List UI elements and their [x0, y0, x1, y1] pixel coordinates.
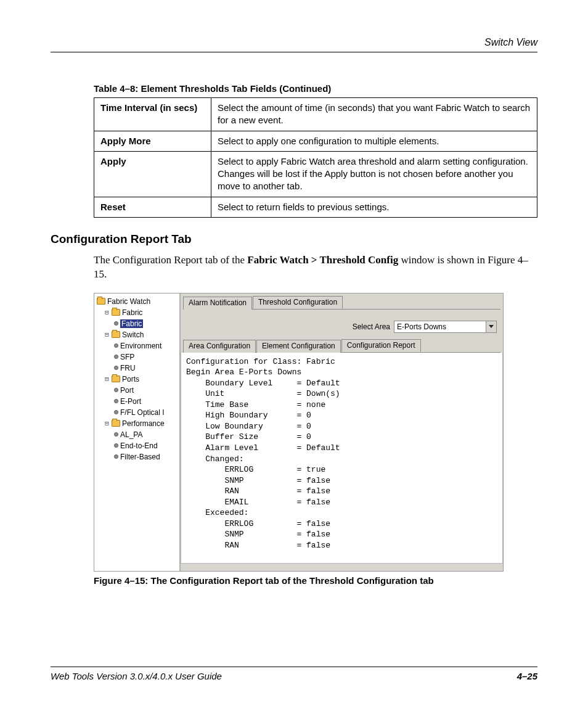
folder-icon: [97, 298, 105, 305]
tree-item-port[interactable]: Port: [114, 385, 178, 396]
select-area-value[interactable]: E-Ports Downs: [394, 321, 486, 333]
tab-area-configuration[interactable]: Area Configuration: [183, 340, 256, 353]
dropdown-button[interactable]: [486, 321, 497, 333]
tree-item-eport[interactable]: E-Port: [114, 396, 178, 407]
tree-label: FRU: [120, 364, 136, 372]
tree-label: F/FL Optical I: [120, 408, 165, 417]
node-icon: [114, 388, 118, 392]
screenshot-figure: Fabric Watch ⊟ Fabric Fabric ⊟ Switch En…: [94, 293, 504, 572]
field-name: Reset: [94, 197, 211, 217]
collapse-icon[interactable]: ⊟: [104, 419, 110, 427]
tree-item-endtoend[interactable]: End-to-End: [114, 440, 178, 451]
tree-root[interactable]: Fabric Watch: [97, 296, 178, 307]
tree-item-alpa[interactable]: AL_PA: [114, 429, 178, 440]
select-area-dropdown[interactable]: E-Ports Downs: [394, 321, 497, 333]
tree-label: Filter-Based: [120, 453, 160, 461]
tree-group-performance[interactable]: ⊟ Performance: [104, 418, 178, 429]
node-icon: [114, 366, 118, 370]
table-row: Apply More Select to apply one configura…: [94, 131, 537, 151]
thresholds-table: Time Interval (in secs) Select the amoun…: [94, 97, 537, 218]
right-pane: Alarm Notification Threshold Configurati…: [181, 293, 503, 571]
section-heading: Configuration Report Tab: [51, 232, 537, 246]
tree-label-selected: Fabric: [120, 319, 143, 328]
tree-label: Switch: [122, 330, 144, 339]
body-paragraph: The Configuration Report tab of the Fabr…: [94, 253, 537, 282]
tree-label: End-to-End: [120, 441, 158, 450]
node-icon: [114, 343, 118, 348]
tab-element-configuration[interactable]: Element Configuration: [256, 340, 341, 353]
node-icon: [114, 410, 118, 414]
tree-item-environment[interactable]: Environment: [114, 340, 178, 351]
header-section-label: Switch View: [51, 37, 537, 48]
select-area-row: Select Area E-Ports Downs: [181, 310, 503, 339]
table-row: Reset Select to return fields to previou…: [94, 197, 537, 217]
collapse-icon[interactable]: ⊟: [104, 308, 110, 316]
tree-label: Environment: [120, 342, 161, 350]
figure-caption: Figure 4–15: The Configuration Report ta…: [94, 575, 504, 586]
folder-icon: [112, 420, 120, 427]
footer-page-number: 4–25: [517, 671, 537, 681]
tabs-top: Alarm Notification Threshold Configurati…: [183, 296, 500, 310]
footer-left: Web Tools Version 3.0.x/4.0.x User Guide: [51, 671, 222, 681]
para-bold: Fabric Watch > Threshold Config: [247, 254, 398, 266]
node-icon: [114, 432, 118, 437]
chevron-down-icon: [489, 325, 494, 328]
select-area-label: Select Area: [353, 322, 390, 331]
collapse-icon[interactable]: ⊟: [104, 330, 110, 339]
field-desc: Select to return fields to previous sett…: [211, 197, 537, 217]
tree-label: Fabric: [122, 308, 142, 317]
tree-group-fabric[interactable]: ⊟ Fabric: [104, 307, 178, 318]
tree-group-ports[interactable]: ⊟ Ports: [104, 374, 178, 385]
page-footer: Web Tools Version 3.0.x/4.0.x User Guide…: [51, 667, 537, 681]
node-icon: [114, 321, 118, 326]
field-name: Time Interval (in secs): [94, 98, 211, 131]
page-header: Switch View: [51, 37, 537, 52]
tree-group-switch[interactable]: ⊟ Switch: [104, 329, 178, 340]
tabs-sub: Area Configuration Element Configuration…: [183, 339, 500, 353]
table-row: Time Interval (in secs) Select the amoun…: [94, 98, 537, 131]
node-icon: [114, 355, 118, 359]
folder-icon: [112, 376, 120, 382]
node-icon: [114, 443, 118, 448]
tree-label: E-Port: [120, 397, 141, 406]
tree-label: Ports: [122, 375, 139, 384]
tree-label: Performance: [122, 419, 165, 428]
field-name: Apply: [94, 151, 211, 197]
configuration-report-text: Configuration for Class: Fabric Begin Ar…: [181, 353, 503, 564]
field-name: Apply More: [94, 131, 211, 151]
tree-item-fru[interactable]: FRU: [114, 363, 178, 374]
table-caption: Table 4–8: Element Thresholds Tab Fields…: [94, 83, 537, 94]
tab-configuration-report[interactable]: Configuration Report: [341, 339, 421, 352]
tree-label: AL_PA: [120, 430, 142, 439]
tab-alarm-notification[interactable]: Alarm Notification: [183, 297, 252, 310]
tree-label: Fabric Watch: [107, 297, 150, 306]
node-icon: [114, 454, 118, 459]
tree-label: SFP: [120, 353, 134, 361]
tree-pane: Fabric Watch ⊟ Fabric Fabric ⊟ Switch En…: [94, 293, 181, 571]
para-pre: The Configuration Report tab of the: [94, 254, 247, 266]
field-desc: Select the amount of time (in seconds) t…: [211, 98, 537, 131]
field-desc: Select to apply Fabric Watch area thresh…: [211, 151, 537, 197]
collapse-icon[interactable]: ⊟: [104, 375, 110, 383]
tree-item-ffl[interactable]: F/FL Optical I: [114, 407, 178, 418]
table-row: Apply Select to apply Fabric Watch area …: [94, 151, 537, 197]
tab-threshold-configuration[interactable]: Threshold Configuration: [253, 296, 343, 309]
node-icon: [114, 399, 118, 403]
tree-item-sfp[interactable]: SFP: [114, 351, 178, 363]
tree-item-fabric[interactable]: Fabric: [114, 318, 178, 329]
tree-item-filterbased[interactable]: Filter-Based: [114, 451, 178, 462]
field-desc: Select to apply one configuration to mul…: [211, 131, 537, 151]
folder-icon: [112, 309, 120, 316]
tree-label: Port: [120, 386, 134, 395]
folder-icon: [112, 331, 120, 338]
